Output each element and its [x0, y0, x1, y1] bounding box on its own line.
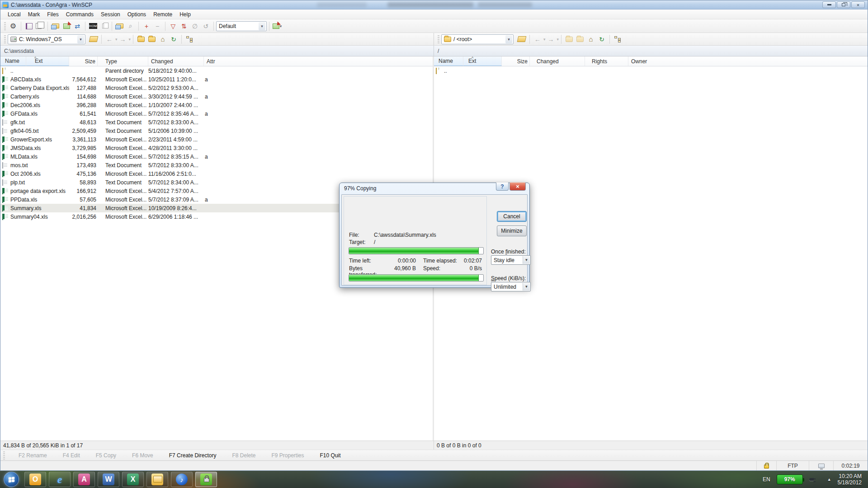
add-bookmark-icon[interactable]: +	[141, 21, 152, 32]
function-key-button[interactable]: F6 Move	[124, 452, 153, 459]
transfer-settings-icon[interactable]: ▾	[272, 21, 283, 32]
taskbar-app-winscp[interactable]	[195, 472, 217, 487]
console-icon[interactable]: HOM	[88, 21, 99, 32]
cancel-button[interactable]: Cancel	[497, 211, 527, 222]
sessions-icon[interactable]	[24, 21, 34, 32]
toolbar-grip[interactable]	[4, 35, 6, 43]
file-row[interactable]: Carberry.xls 114,688 Microsoft Excel... …	[0, 92, 433, 101]
battery-indicator[interactable]: 97%	[777, 474, 803, 484]
taskbar-app-explorer[interactable]	[146, 472, 168, 487]
parent-directory-icon[interactable]	[564, 34, 575, 45]
preferences-icon[interactable]: ⚙	[8, 21, 19, 32]
once-finished-select[interactable]: Stay idle ▼	[491, 255, 531, 265]
protocol-cell[interactable]: FTP	[776, 461, 809, 470]
local-drive-select[interactable]: C: Windows7_OS ▾	[8, 34, 85, 44]
parent-directory-icon[interactable]	[136, 34, 146, 45]
close-button[interactable]: ×	[851, 1, 865, 8]
column-header-size[interactable]: Size	[69, 56, 98, 66]
encryption-status-cell[interactable]	[756, 461, 776, 470]
speed-limit-select[interactable]: Unlimited ▼	[491, 282, 531, 291]
column-header-ext[interactable]: ^Ext	[26, 56, 69, 66]
menu-item[interactable]: Help	[176, 10, 194, 19]
column-header-rights[interactable]: Rights	[585, 56, 628, 66]
compare-directories-icon[interactable]	[61, 21, 72, 32]
column-header-name[interactable]: Name	[434, 56, 463, 66]
back-icon[interactable]: ←	[532, 34, 543, 45]
root-directory-icon[interactable]	[575, 34, 585, 45]
function-key-button[interactable]: F4 Edit	[55, 452, 80, 459]
synchronize-icon[interactable]	[50, 21, 61, 32]
forward-icon[interactable]: →	[546, 34, 557, 45]
open-directory-icon[interactable]	[88, 34, 99, 45]
forward-history-icon[interactable]: ▾	[129, 37, 131, 42]
duplicate-session-icon[interactable]: ▾	[34, 21, 45, 32]
taskbar-app-access[interactable]: A	[73, 472, 95, 487]
menu-item[interactable]: Commands	[62, 10, 97, 19]
file-row[interactable]: .. Parent directory 5/18/2012 9:40:00...	[0, 66, 433, 75]
column-header-name[interactable]: Name	[0, 56, 26, 66]
menu-item[interactable]: Local	[4, 10, 24, 19]
title-bar[interactable]: C:\awssdata - ConAgra - WinSCP ×	[0, 0, 868, 9]
filter-icon[interactable]: ▽	[168, 21, 179, 32]
file-row[interactable]: Carberry Data Export.xls 127,488 Microso…	[0, 84, 433, 92]
taskbar-app-outlook[interactable]: O	[24, 472, 46, 487]
column-header-changed[interactable]: Changed	[530, 56, 585, 66]
function-key-button[interactable]: F8 Delete	[224, 452, 255, 459]
file-row[interactable]: Oct 2006.xls 475,136 Microsoft Excel... …	[0, 169, 433, 178]
toolbar-grip[interactable]	[438, 35, 439, 43]
transfer-queue-icon[interactable]	[114, 21, 125, 32]
file-row[interactable]: gfk.txt 48,613 Text Document 5/7/2012 8:…	[0, 118, 433, 127]
open-directory-icon[interactable]	[516, 34, 527, 45]
file-row[interactable]: JMSData.xls 3,729,985 Microsoft Excel...…	[0, 144, 433, 152]
dialog-close-button[interactable]: ×	[509, 183, 526, 191]
minimize-dialog-button[interactable]: Minimize	[497, 225, 527, 236]
menu-item[interactable]: Mark	[24, 10, 44, 19]
file-row[interactable]: ABCData.xls 7,564,612 Microsoft Excel...…	[0, 75, 433, 84]
language-indicator[interactable]: EN	[763, 476, 770, 483]
menu-item[interactable]: Options	[124, 10, 150, 19]
find-files-icon[interactable]: ⌕	[125, 21, 136, 32]
connection-cell[interactable]	[809, 461, 833, 470]
function-key-button[interactable]: F10 Quit	[312, 452, 341, 459]
root-directory-icon[interactable]	[146, 34, 157, 45]
taskbar-app-itunes[interactable]: ♪	[171, 472, 193, 487]
column-header-size[interactable]: Size	[502, 56, 530, 66]
file-row[interactable]: GrowerExport.xls 3,361,113 Microsoft Exc…	[0, 135, 433, 144]
tree-view-icon[interactable]	[612, 34, 623, 45]
remote-path-bar[interactable]: /	[434, 46, 868, 56]
forward-history-icon[interactable]: ▾	[557, 37, 559, 42]
menu-item[interactable]: Remote	[150, 10, 176, 19]
tree-view-icon[interactable]	[184, 34, 195, 45]
tray-expand-icon[interactable]: ▲	[827, 477, 831, 482]
toolbar-grip[interactable]	[4, 22, 6, 30]
column-header-attr[interactable]: Attr	[204, 56, 222, 66]
file-row[interactable]: MLData.xls 154,698 Microsoft Excel... 5/…	[0, 152, 433, 161]
taskbar-app-word[interactable]: W	[98, 472, 119, 487]
taskbar-app-excel[interactable]: X	[122, 472, 144, 487]
remove-bookmark-icon[interactable]: −	[152, 21, 163, 32]
session-preset-select[interactable]: Default ▾	[216, 21, 267, 31]
start-button[interactable]	[4, 472, 19, 487]
file-row[interactable]: gfk04-05.txt 2,509,459 Text Document 5/1…	[0, 127, 433, 135]
back-history-icon[interactable]: ▾	[543, 37, 546, 42]
menu-item[interactable]: Files	[43, 10, 62, 19]
toolbar-grip[interactable]	[3, 451, 5, 460]
refresh-icon[interactable]: ↻	[168, 34, 179, 45]
sort-icon[interactable]: ⇅	[179, 21, 189, 32]
taskbar-clock[interactable]: 10:20 AM 5/18/2012	[838, 473, 862, 486]
back-history-icon[interactable]: ▾	[115, 37, 118, 42]
file-row[interactable]: GFData.xls 61,541 Microsoft Excel... 5/7…	[0, 109, 433, 118]
menu-item[interactable]: Session	[97, 10, 124, 19]
home-directory-icon[interactable]: ⌂	[157, 34, 168, 45]
minimize-button[interactable]	[822, 1, 836, 8]
function-key-button[interactable]: F9 Properties	[264, 452, 304, 459]
function-key-button[interactable]: F2 Rename	[11, 452, 47, 459]
column-header-ext[interactable]: ^Ext	[463, 56, 502, 66]
reset-layout-icon[interactable]: ↺	[200, 21, 211, 32]
home-directory-icon[interactable]: ⌂	[585, 34, 596, 45]
column-header-changed[interactable]: Changed	[148, 56, 204, 66]
file-row[interactable]: mos.txt 173,493 Text Document 5/7/2012 8…	[0, 161, 433, 169]
remote-drive-select[interactable]: / <root> ▾	[441, 34, 514, 44]
show-hidden-files-icon[interactable]: ∅	[189, 21, 200, 32]
local-path-bar[interactable]: C:\awssdata	[0, 46, 434, 56]
